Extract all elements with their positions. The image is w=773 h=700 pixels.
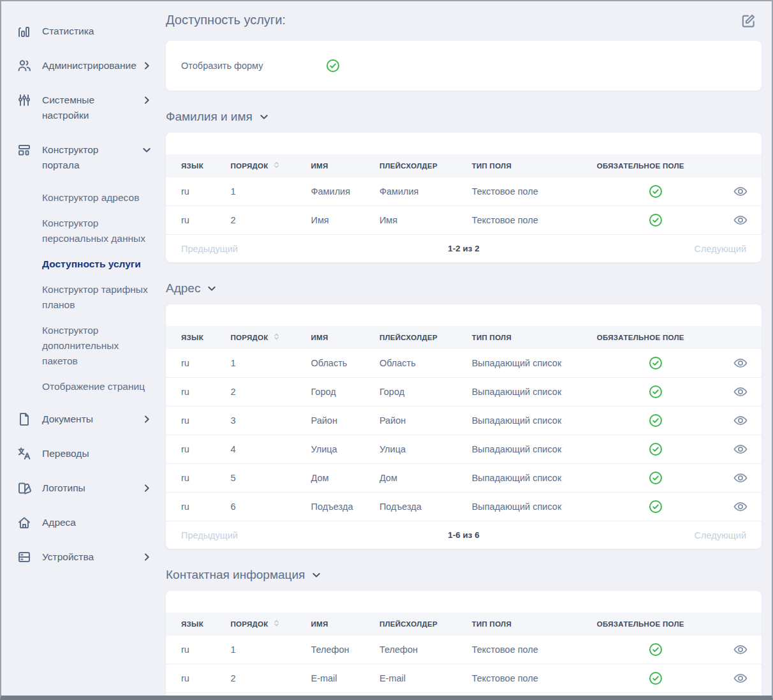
sidebar-item[interactable]: Переводы bbox=[17, 436, 166, 471]
column-header: ПЛЕЙСХОЛДЕР bbox=[374, 613, 467, 636]
section-header[interactable]: Адрес bbox=[166, 281, 762, 295]
cell-required bbox=[592, 493, 720, 521]
cell-actions bbox=[720, 435, 762, 464]
section-header[interactable]: Фамилия и имя bbox=[166, 110, 762, 124]
fields-table-card: ЯЗЫКПОРЯДОКИМЯПЛЕЙСХОЛДЕРТИП ПОЛЯОБЯЗАТЕ… bbox=[166, 133, 762, 262]
table-row: ru 2 Имя Имя Текстовое поле bbox=[166, 206, 762, 235]
cell-placeholder: Имя bbox=[374, 206, 467, 235]
cell-order: 2 bbox=[225, 206, 306, 235]
page-title: Доступность услуги: bbox=[166, 13, 286, 27]
table-pagination: 1-6 из 6 Предыдущий Следующий bbox=[166, 521, 762, 549]
sliders-icon bbox=[17, 93, 32, 108]
cell-language: ru bbox=[166, 378, 225, 406]
cell-actions bbox=[720, 664, 762, 693]
sidebar-subitem[interactable]: Отображение страниц bbox=[42, 374, 151, 399]
column-header: ЯЗЫК bbox=[166, 154, 225, 177]
check-circle-icon bbox=[648, 470, 663, 486]
eye-icon[interactable] bbox=[733, 671, 748, 686]
eye-icon[interactable] bbox=[733, 470, 748, 486]
table-row: ru 2 E-mail E-mail Текстовое поле bbox=[166, 664, 762, 693]
sidebar-item[interactable]: Системные настройки bbox=[17, 83, 166, 133]
check-circle-icon bbox=[648, 413, 663, 428]
eye-icon[interactable] bbox=[733, 184, 748, 199]
sidebar-subitem[interactable]: Конструктор персональных данных bbox=[42, 211, 151, 251]
cell-order: 6 bbox=[225, 493, 306, 521]
table-row: ru 6 Подъезда Подъезда Выпадающий список bbox=[166, 493, 762, 521]
cell-field-type: Выпадающий список bbox=[467, 493, 592, 521]
sidebar-item[interactable]: Логотипы bbox=[17, 471, 166, 505]
layout-icon bbox=[17, 142, 32, 158]
sidebar-item-label: Переводы bbox=[42, 446, 89, 461]
sidebar-item[interactable]: Статистика bbox=[17, 14, 166, 48]
translate-icon bbox=[17, 446, 32, 461]
sidebar: СтатистикаАдминистрированиеСистемные нас… bbox=[1, 1, 166, 696]
sidebar-item-label: Системные настройки bbox=[42, 93, 138, 123]
cell-order: 3 bbox=[225, 406, 306, 435]
cell-placeholder: Дом bbox=[374, 464, 467, 493]
cell-order: 5 bbox=[225, 464, 306, 493]
cell-placeholder: Телефон bbox=[374, 636, 467, 664]
cell-field-type: Выпадающий список bbox=[467, 435, 592, 464]
cell-name: Район bbox=[306, 406, 374, 435]
actions-column-header bbox=[720, 154, 762, 177]
table-pagination: 1-2 из 2 Предыдущий Следующий bbox=[166, 692, 762, 700]
table-row: ru 3 Район Район Выпадающий список bbox=[166, 406, 762, 435]
field-group-section: Адрес ЯЗЫКПОРЯДОКИМЯПЛЕЙСХОЛДЕРТИП ПОЛЯО… bbox=[166, 281, 762, 549]
chevron-right-icon bbox=[142, 93, 152, 103]
sidebar-item[interactable]: Администрирование bbox=[17, 48, 166, 83]
sidebar-item-label: Администрирование bbox=[42, 58, 136, 73]
check-circle-icon[interactable] bbox=[325, 58, 341, 73]
cell-name: Телефон bbox=[306, 636, 374, 664]
eye-icon[interactable] bbox=[733, 355, 748, 371]
cell-placeholder: Улица bbox=[374, 435, 467, 464]
eye-icon[interactable] bbox=[733, 442, 748, 457]
sidebar-item[interactable]: Документы bbox=[17, 402, 166, 436]
sort-icon[interactable] bbox=[272, 619, 281, 629]
table-row: ru 1 Фамилия Фамилия Текстовое поле bbox=[166, 177, 762, 206]
cell-name: Улица bbox=[306, 435, 374, 464]
cell-placeholder: Фамилия bbox=[374, 177, 467, 206]
cell-name: Область bbox=[306, 349, 374, 378]
cell-language: ru bbox=[166, 464, 225, 493]
eye-icon[interactable] bbox=[733, 413, 748, 428]
cell-field-type: Выпадающий список bbox=[467, 406, 592, 435]
eye-icon[interactable] bbox=[733, 499, 748, 514]
form-visibility-card: Отобразить форму bbox=[166, 41, 762, 91]
field-group-section: Фамилия и имя ЯЗЫКПОРЯДОКИМЯПЛЕЙСХОЛДЕРТ… bbox=[166, 110, 762, 262]
sidebar-item[interactable]: Устройства bbox=[17, 540, 166, 574]
sidebar-item[interactable]: Адреса bbox=[17, 505, 166, 540]
check-circle-icon bbox=[648, 184, 663, 199]
table-row: ru 4 Улица Улица Выпадающий список bbox=[166, 435, 762, 464]
edit-icon[interactable] bbox=[740, 13, 756, 29]
cell-required bbox=[592, 464, 720, 493]
cell-language: ru bbox=[166, 349, 225, 378]
column-header: ТИП ПОЛЯ bbox=[467, 613, 592, 636]
sort-icon[interactable] bbox=[272, 161, 281, 171]
column-header: ПЛЕЙСХОЛДЕР bbox=[374, 326, 467, 349]
cell-language: ru bbox=[166, 177, 225, 206]
sidebar-item-label: Логотипы bbox=[42, 480, 85, 496]
sort-icon[interactable] bbox=[272, 332, 281, 343]
table-row: ru 1 Область Область Выпадающий список bbox=[166, 349, 762, 378]
sidebar-subitem[interactable]: Конструктор дополнительных пакетов bbox=[42, 318, 151, 374]
section-title: Фамилия и имя bbox=[166, 110, 253, 124]
cell-required bbox=[592, 378, 720, 406]
cell-actions bbox=[720, 206, 762, 235]
column-header: ТИП ПОЛЯ bbox=[467, 326, 592, 349]
cell-placeholder: Район bbox=[374, 406, 467, 435]
form-visibility-label: Отобразить форму bbox=[181, 61, 325, 71]
eye-icon[interactable] bbox=[733, 212, 748, 228]
section-title: Контактная информация bbox=[166, 568, 305, 582]
bar-chart-icon bbox=[17, 24, 32, 39]
devices-icon bbox=[17, 549, 32, 565]
sidebar-subitem[interactable]: Конструктор тарифных планов bbox=[42, 277, 151, 318]
sidebar-subitem[interactable]: Конструктор адресов bbox=[42, 185, 151, 211]
cell-field-type: Текстовое поле bbox=[467, 206, 592, 235]
eye-icon[interactable] bbox=[733, 642, 748, 657]
cell-actions bbox=[720, 177, 762, 206]
sidebar-subitem-active[interactable]: Доступность услуги bbox=[42, 251, 151, 277]
sidebar-item[interactable]: Конструктор портала bbox=[17, 133, 166, 182]
eye-icon[interactable] bbox=[733, 384, 748, 399]
section-header[interactable]: Контактная информация bbox=[166, 568, 762, 582]
cell-order: 2 bbox=[225, 664, 306, 693]
